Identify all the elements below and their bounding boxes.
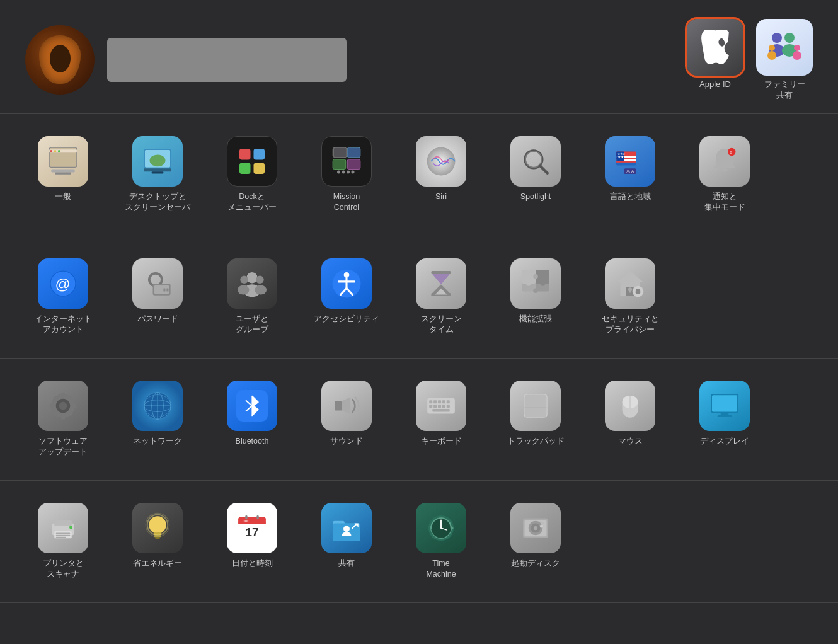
svg-point-175 (534, 526, 537, 530)
dock-item[interactable]: Dockとメニューバー (208, 130, 296, 220)
svg-point-61 (246, 272, 258, 284)
security-item[interactable]: セキュリティとプライバシー (586, 252, 674, 342)
screentime-icon (416, 258, 466, 309)
password-label: パスワード (137, 314, 178, 325)
section-2: @ インターネットアカウント パスワード (0, 236, 838, 359)
svg-point-30 (337, 170, 340, 173)
svg-text:あ: あ (626, 169, 630, 174)
mission-icon (321, 136, 372, 187)
timemachine-label: TimeMachine (426, 558, 456, 580)
screentime-item[interactable]: スクリーンタイム (397, 252, 485, 342)
network-icon (132, 381, 183, 431)
bluetooth-label: Bluetooth (236, 436, 269, 447)
language-item[interactable]: ★★ ★★★ あ A 言語と地域 (586, 130, 674, 220)
sharing-item[interactable]: 共有 (302, 497, 391, 587)
svg-point-66 (255, 285, 267, 294)
general-item[interactable]: 一般 (19, 130, 107, 220)
svg-rect-138 (721, 413, 729, 415)
svg-point-88 (635, 289, 641, 294)
energy-label: 省エネルギー (133, 558, 182, 570)
section-2-grid: @ インターネットアカウント パスワード (19, 252, 819, 342)
bluetooth-item[interactable]: Bluetooth (208, 374, 296, 464)
desktop-icon (132, 136, 183, 187)
svg-point-65 (256, 275, 264, 284)
timemachine-item[interactable]: TimeMachine (397, 497, 485, 587)
display-icon (699, 381, 750, 431)
avatar[interactable] (25, 25, 95, 95)
keyboard-item[interactable]: キーボード (397, 374, 485, 464)
notification-label: 通知と集中モード (704, 192, 745, 214)
apple-id-icon (687, 19, 743, 76)
svg-rect-127 (442, 405, 445, 408)
svg-point-63 (240, 275, 248, 284)
svg-rect-97 (50, 404, 54, 408)
language-label: 言語と地域 (610, 192, 651, 203)
svg-text:@: @ (55, 275, 71, 292)
svg-rect-119 (429, 400, 432, 403)
extensions-label: 機能拡張 (519, 314, 552, 325)
svg-rect-73 (431, 271, 451, 274)
svg-rect-98 (72, 404, 76, 408)
sound-item[interactable]: サウンド (302, 374, 391, 464)
accessibility-item[interactable]: アクセシビリティ (302, 252, 391, 342)
svg-rect-24 (254, 163, 265, 174)
datetime-icon: JUL 17 (227, 503, 277, 553)
sound-icon (321, 381, 372, 431)
siri-label: Siri (435, 192, 447, 203)
svg-rect-21 (239, 149, 251, 160)
svg-rect-96 (61, 415, 65, 419)
apple-id-button[interactable]: Apple ID (687, 19, 743, 90)
section-3-grid: ソフトウェアアップデート ネットワーク (19, 374, 819, 464)
startup-item[interactable]: 起動ディスク (491, 497, 580, 587)
software-icon (38, 381, 88, 431)
trackpad-item[interactable]: トラックパッド (491, 374, 580, 464)
spotlight-item[interactable]: Spotlight (491, 130, 580, 220)
accessibility-label: アクセシビリティ (314, 314, 379, 325)
svg-point-147 (149, 516, 166, 534)
spotlight-icon (510, 136, 561, 187)
svg-rect-129 (432, 409, 450, 411)
svg-point-33 (352, 170, 355, 173)
svg-text:!: ! (730, 149, 732, 155)
screentime-label: スクリーンタイム (421, 314, 462, 336)
dock-icon (227, 136, 277, 187)
svg-rect-159 (257, 515, 259, 519)
svg-text:17: 17 (246, 525, 259, 538)
svg-point-7 (767, 51, 776, 60)
password-item[interactable]: パスワード (113, 252, 202, 342)
desktop-item[interactable]: デスクトップとスクリーンセーバ (113, 130, 202, 220)
family-sharing-button[interactable]: ファミリー 共有 (756, 19, 813, 101)
svg-rect-14 (55, 172, 71, 174)
notification-item[interactable]: ! 通知と集中モード (680, 130, 769, 220)
svg-rect-86 (629, 289, 631, 292)
bluetooth-icon (227, 381, 277, 431)
svg-rect-116 (335, 401, 342, 410)
svg-rect-143 (56, 532, 71, 534)
svg-point-82 (541, 281, 546, 286)
energy-icon (132, 503, 183, 553)
display-item[interactable]: ディスプレイ (680, 374, 769, 464)
software-item[interactable]: ソフトウェアアップデート (19, 374, 107, 464)
siri-item[interactable]: Siri (397, 130, 485, 220)
extensions-item[interactable]: 機能拡張 (491, 252, 580, 342)
mission-item[interactable]: MissionControl (302, 130, 391, 220)
mouse-item[interactable]: マウス (586, 374, 674, 464)
security-label: セキュリティとプライバシー (602, 314, 659, 336)
svg-point-64 (238, 285, 250, 294)
svg-point-10 (50, 150, 52, 152)
name-field (107, 38, 347, 82)
network-item[interactable]: ネットワーク (113, 374, 202, 464)
svg-rect-26 (333, 147, 347, 158)
mission-label: MissionControl (333, 192, 360, 214)
user-area (25, 25, 347, 95)
energy-item[interactable]: 省エネルギー (113, 497, 202, 587)
section-1: 一般 デスクトップとスクリーンセーバ (0, 114, 838, 236)
datetime-item[interactable]: JUL 17 日付と時刻 (208, 497, 296, 587)
users-item[interactable]: ユーザとグループ (208, 252, 296, 342)
svg-rect-43 (616, 161, 636, 163)
internet-item[interactable]: @ インターネットアカウント (19, 252, 107, 342)
top-icons: Apple ID ファ (687, 19, 813, 101)
svg-point-81 (533, 288, 538, 293)
printer-item[interactable]: プリンタとスキャナ (19, 497, 107, 587)
startup-label: 起動ディスク (511, 558, 560, 570)
